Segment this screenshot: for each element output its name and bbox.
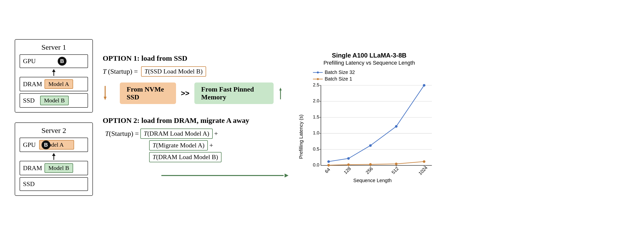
server2-dram-label: DRAM bbox=[23, 164, 42, 172]
svg-text:0.5: 0.5 bbox=[313, 146, 319, 151]
chart-title-sub: Prefilling Latency vs Sequence Length bbox=[324, 60, 415, 66]
legend-item-bs1: Batch Size 1 bbox=[313, 76, 355, 82]
b-circle-s1: B bbox=[58, 57, 66, 66]
svg-point-50 bbox=[369, 163, 372, 166]
svg-point-49 bbox=[347, 163, 350, 166]
option1-formula: T (Startup) = T(SSD Load Model B) bbox=[103, 66, 288, 77]
svg-text:0.0: 0.0 bbox=[313, 162, 319, 167]
gt-symbol: >> bbox=[181, 89, 190, 97]
svg-point-44 bbox=[347, 157, 350, 160]
option2-box3: T(DRAM Load Model B) bbox=[149, 152, 222, 162]
svg-text:512: 512 bbox=[390, 166, 400, 175]
servers-column: Server 1 GPU B DRAM bbox=[15, 39, 93, 196]
chart-inner: 0.0 0.5 1.0 1.5 2.0 2.5 64 128 256 512 1… bbox=[305, 83, 440, 183]
server2-model-b-tag: Model B bbox=[44, 163, 73, 173]
arrow-green-right-wrapper bbox=[103, 170, 288, 181]
svg-point-46 bbox=[395, 125, 398, 128]
main-container: Server 1 GPU B DRAM bbox=[0, 0, 644, 235]
server1-dram-row: DRAM Model A bbox=[20, 77, 88, 91]
options-column: OPTION 1: load from SSD T (Startup) = T(… bbox=[103, 54, 288, 181]
server2-box: Server 2 GPU Model A B bbox=[15, 122, 93, 196]
arrow-green-right-svg bbox=[161, 170, 288, 181]
server2-gpu-label: GPU bbox=[23, 141, 38, 149]
option1-arrows-row: From NVMe SSD >> From Fast Pinned Memory bbox=[103, 83, 288, 104]
svg-point-51 bbox=[395, 162, 398, 165]
svg-text:64: 64 bbox=[324, 167, 331, 174]
svg-point-43 bbox=[328, 160, 330, 163]
option1-formula-box: T(SSD Load Model B) bbox=[141, 66, 206, 77]
svg-marker-3 bbox=[52, 153, 56, 156]
option1-title: OPTION 1: load from SSD bbox=[103, 54, 288, 62]
option2-title: OPTION 2: load from DRAM, migrate A away bbox=[103, 116, 288, 125]
arrow-up-s2 bbox=[20, 153, 88, 160]
svg-text:2.5: 2.5 bbox=[313, 83, 319, 87]
pinned-tag: From Fast Pinned Memory bbox=[194, 83, 274, 104]
svg-text:128: 128 bbox=[343, 166, 352, 175]
server1-rows: GPU B DRAM Model A bbox=[20, 54, 88, 108]
svg-point-47 bbox=[423, 84, 426, 87]
svg-point-13 bbox=[317, 78, 319, 80]
server1-ssd-row: SSD Model B bbox=[20, 93, 88, 108]
x-axis-label: Sequence Length bbox=[305, 178, 440, 183]
svg-point-52 bbox=[423, 160, 426, 163]
svg-text:1.0: 1.0 bbox=[313, 130, 319, 135]
server1-title: Server 1 bbox=[20, 43, 88, 51]
svg-point-45 bbox=[369, 144, 372, 147]
option2-box2: T(Migrate Model A) bbox=[149, 140, 208, 151]
svg-marker-9 bbox=[284, 173, 288, 177]
b-circle-s2: B bbox=[42, 140, 50, 149]
option1-t-startup: T bbox=[103, 68, 106, 75]
option2-block: OPTION 2: load from DRAM, migrate A away… bbox=[103, 116, 288, 181]
legend-bs32-label: Batch Size 32 bbox=[325, 70, 355, 75]
svg-text:2.0: 2.0 bbox=[313, 98, 319, 103]
option2-formula-row3: T(DRAM Load Model B) bbox=[149, 152, 288, 162]
legend-item-bs32: Batch Size 32 bbox=[313, 70, 355, 75]
server1-gpu-row: GPU B bbox=[20, 54, 88, 68]
server2-gpu-row: GPU Model A B bbox=[20, 138, 88, 152]
server1-dram-label: DRAM bbox=[23, 81, 42, 88]
server1-ssd-label: SSD bbox=[23, 97, 38, 104]
arrow-green-up-svg bbox=[278, 86, 288, 101]
server2-rows: GPU Model A B DRAM Model B bbox=[20, 138, 88, 191]
server1-gpu-label: GPU bbox=[23, 58, 38, 65]
chart-column: Single A100 LLaMA-3-8B Prefilling Latenc… bbox=[298, 52, 440, 183]
svg-marker-5 bbox=[104, 97, 106, 100]
option2-formula-row1: T(Startup) = T(DRAM Load Model A) + bbox=[105, 129, 288, 139]
svg-text:256: 256 bbox=[365, 166, 374, 175]
server1-box: Server 1 GPU B DRAM bbox=[15, 39, 93, 113]
nvme-tag: From NVMe SSD bbox=[120, 83, 176, 104]
arrow-up-s1 bbox=[20, 69, 88, 76]
chart-legend: Batch Size 32 Batch Size 1 bbox=[313, 70, 355, 82]
svg-marker-7 bbox=[279, 88, 282, 91]
svg-marker-1 bbox=[52, 69, 56, 72]
y-axis-label: Prefilling Latency (s) bbox=[298, 83, 304, 183]
server1-model-b-tag: Model B bbox=[40, 96, 69, 105]
chart-svg: 0.0 0.5 1.0 1.5 2.0 2.5 64 128 256 512 1… bbox=[305, 83, 440, 176]
server2-ssd-row: SSD bbox=[20, 177, 88, 191]
option2-formula: T(Startup) = T(DRAM Load Model A) + T(Mi… bbox=[105, 129, 288, 162]
svg-point-48 bbox=[328, 164, 330, 166]
server2-dram-row: DRAM Model B bbox=[20, 161, 88, 175]
option2-box1: T(DRAM Load Model A) bbox=[140, 129, 213, 139]
legend-bs1-label: Batch Size 1 bbox=[325, 76, 352, 82]
svg-point-11 bbox=[317, 72, 319, 73]
option1-block: OPTION 1: load from SSD T (Startup) = T(… bbox=[103, 54, 288, 104]
chart-title-main: Single A100 LLaMA-3-8B bbox=[332, 52, 406, 59]
svg-text:1.5: 1.5 bbox=[313, 114, 319, 119]
server2-ssd-label: SSD bbox=[23, 180, 38, 188]
svg-text:1024: 1024 bbox=[418, 165, 428, 176]
server2-title: Server 2 bbox=[20, 126, 88, 135]
server1-model-a-tag: Model A bbox=[44, 79, 73, 89]
arrow-orange-down-svg bbox=[103, 86, 115, 101]
chart-area: Prefilling Latency (s) bbox=[298, 83, 440, 183]
option2-formula-row2: T(Migrate Model A) + bbox=[149, 140, 288, 151]
